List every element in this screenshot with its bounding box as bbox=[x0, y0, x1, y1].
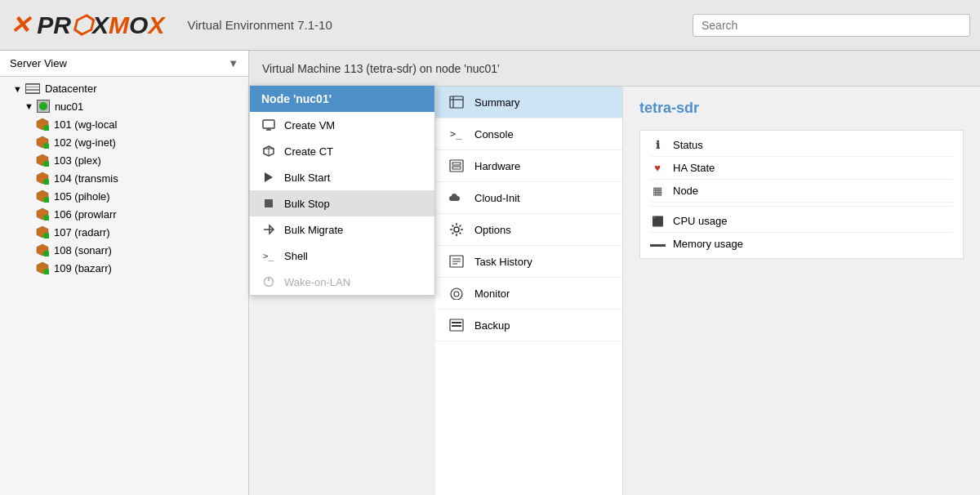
svg-rect-31 bbox=[450, 96, 463, 108]
menu-item-create-vm[interactable]: Create VM bbox=[250, 112, 434, 138]
tab-backup-label: Backup bbox=[474, 319, 510, 332]
vm-label-101: 101 (wg-local bbox=[54, 118, 117, 131]
memory-icon: ▬▬ bbox=[650, 239, 665, 248]
logo: ✕ PR⬡XMOX bbox=[10, 11, 164, 39]
sidebar-item-vm-105[interactable]: 105 (pihole) bbox=[0, 187, 248, 205]
bulk-migrate-label: Bulk Migrate bbox=[284, 224, 343, 236]
terminal-icon: >_ bbox=[261, 248, 276, 263]
vm-icon-106 bbox=[36, 207, 49, 221]
shell-label: Shell bbox=[284, 250, 308, 262]
tab-task-history[interactable]: Task History bbox=[435, 246, 622, 278]
svg-point-44 bbox=[454, 292, 459, 297]
logo-x-icon: ✕ bbox=[10, 11, 30, 38]
tab-monitor-label: Monitor bbox=[474, 288, 510, 300]
server-view-label: Server View bbox=[10, 57, 67, 69]
tasklist-icon bbox=[448, 253, 465, 270]
tab-summary[interactable]: Summary bbox=[435, 87, 622, 118]
vm-label-104: 104 (transmis bbox=[54, 172, 118, 185]
sidebar-item-vm-102[interactable]: 102 (wg-inet) bbox=[0, 133, 248, 151]
sidebar-item-vm-109[interactable]: 109 (bazarr) bbox=[0, 259, 248, 277]
hardware-icon bbox=[448, 158, 465, 174]
datacenter-label: Datacenter bbox=[45, 82, 97, 95]
menu-item-create-ct[interactable]: Create CT bbox=[250, 138, 434, 164]
vm-icon-109 bbox=[36, 261, 49, 274]
tab-options[interactable]: Options bbox=[435, 214, 622, 246]
vm-label-103: 103 (plex) bbox=[54, 154, 101, 167]
vm-title-bar: Virtual Machine 113 (tetra-sdr) on node … bbox=[249, 51, 980, 87]
console-icon: >_ bbox=[448, 126, 465, 142]
cloud-icon bbox=[448, 190, 465, 206]
bulk-start-label: Bulk Start bbox=[284, 172, 330, 184]
tab-summary-label: Summary bbox=[474, 96, 520, 109]
create-ct-label: Create CT bbox=[284, 145, 333, 158]
info-label-node: Node bbox=[673, 185, 698, 197]
info-row-ha-state: ♥ HA State bbox=[650, 157, 953, 180]
sidebar-item-vm-108[interactable]: 108 (sonarr) bbox=[0, 241, 248, 259]
context-menu-header: Node 'nuc01' bbox=[250, 86, 434, 112]
search-input[interactable] bbox=[693, 14, 970, 37]
tab-options-label: Options bbox=[474, 224, 511, 236]
content-area: Virtual Machine 113 (tetra-sdr) on node … bbox=[249, 51, 980, 495]
heart-icon: ♥ bbox=[650, 162, 665, 174]
info-row-node: ▦ Node bbox=[650, 180, 953, 203]
sidebar: Server View ▼ ▼ Datacenter ▼ nuc01 101 (… bbox=[0, 51, 249, 495]
backup-icon bbox=[448, 317, 465, 333]
info-label-cpu: CPU usage bbox=[673, 215, 727, 227]
server-view-dropdown[interactable]: Server View ▼ bbox=[0, 51, 248, 77]
vm-label-108: 108 (sonarr) bbox=[54, 244, 112, 256]
sidebar-item-vm-103[interactable]: 103 (plex) bbox=[0, 151, 248, 169]
info-row-memory: ▬▬ Memory usage bbox=[650, 233, 953, 255]
svg-marker-24 bbox=[265, 172, 273, 182]
tab-task-history-label: Task History bbox=[474, 256, 532, 268]
tab-monitor[interactable]: Monitor bbox=[435, 278, 622, 310]
vm-icon-108 bbox=[36, 243, 49, 256]
info-section: ℹ Status ♥ HA State ▦ Node ⬛ CPU usage bbox=[639, 130, 964, 259]
tab-backup[interactable]: Backup bbox=[435, 310, 622, 341]
svg-text:>_: >_ bbox=[263, 251, 274, 261]
vm-name-title: tetra-sdr bbox=[639, 100, 964, 117]
stop-icon bbox=[261, 196, 276, 211]
bulk-stop-label: Bulk Stop bbox=[284, 198, 330, 210]
svg-rect-37 bbox=[452, 167, 461, 169]
info-row-status: ℹ Status bbox=[650, 134, 953, 157]
options-icon bbox=[448, 221, 465, 238]
tab-console[interactable]: >_ Console bbox=[435, 118, 622, 150]
tab-hardware-label: Hardware bbox=[474, 160, 520, 172]
info-icon: ℹ bbox=[650, 139, 665, 151]
vm-label-102: 102 (wg-inet) bbox=[54, 136, 116, 149]
tab-console-label: Console bbox=[474, 128, 514, 140]
grid-icon: ▦ bbox=[650, 185, 665, 197]
menu-item-bulk-start[interactable]: Bulk Start bbox=[250, 164, 434, 190]
svg-point-38 bbox=[454, 227, 459, 232]
right-panel: Summary >_ Console Hardware bbox=[435, 87, 980, 495]
sidebar-item-datacenter[interactable]: ▼ Datacenter bbox=[0, 80, 248, 97]
sidebar-item-vm-107[interactable]: 107 (radarr) bbox=[0, 223, 248, 241]
svg-rect-35 bbox=[450, 160, 463, 172]
box-icon bbox=[261, 144, 276, 158]
menu-item-wake-on-lan[interactable]: Wake-on-LAN bbox=[250, 269, 434, 295]
sidebar-item-vm-104[interactable]: 104 (transmis bbox=[0, 169, 248, 187]
vm-label-105: 105 (pihole) bbox=[54, 190, 110, 203]
svg-text:>_: >_ bbox=[450, 128, 462, 140]
sidebar-item-nuc01[interactable]: ▼ nuc01 bbox=[0, 97, 248, 115]
menu-item-shell[interactable]: >_ Shell bbox=[250, 243, 434, 269]
info-row-cpu: ⬛ CPU usage bbox=[650, 210, 953, 233]
sidebar-item-vm-101[interactable]: 101 (wg-local bbox=[0, 115, 248, 133]
summary-icon bbox=[448, 94, 465, 110]
create-vm-label: Create VM bbox=[284, 119, 335, 132]
monitor-icon bbox=[261, 118, 276, 132]
tab-menu: Summary >_ Console Hardware bbox=[435, 87, 623, 495]
vm-label-107: 107 (radarr) bbox=[54, 226, 110, 239]
tab-hardware[interactable]: Hardware bbox=[435, 150, 622, 182]
node-status-dot bbox=[39, 102, 47, 110]
vm-icon-103 bbox=[36, 154, 49, 167]
vm-title: Virtual Machine 113 (tetra-sdr) on node … bbox=[262, 62, 500, 75]
menu-item-bulk-migrate[interactable]: Bulk Migrate bbox=[250, 216, 434, 243]
menu-item-bulk-stop[interactable]: Bulk Stop bbox=[250, 190, 434, 216]
play-icon bbox=[261, 170, 276, 185]
tab-cloud-init[interactable]: Cloud-Init bbox=[435, 182, 622, 214]
vm-icon-104 bbox=[36, 172, 49, 185]
sidebar-item-vm-106[interactable]: 106 (prowlarr bbox=[0, 205, 248, 223]
tree: ▼ Datacenter ▼ nuc01 101 (wg-local 102 (… bbox=[0, 77, 248, 280]
node-icon bbox=[37, 100, 50, 113]
